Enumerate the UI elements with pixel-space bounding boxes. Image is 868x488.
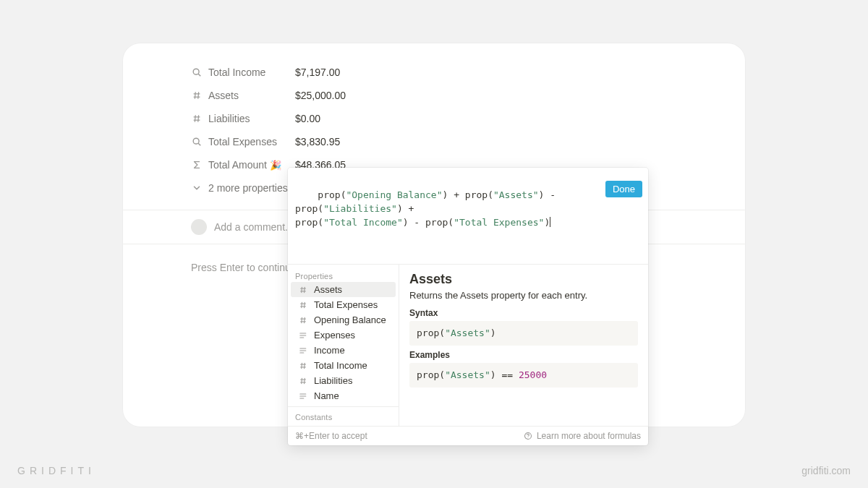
property-value: $3,830.95 [295, 136, 340, 147]
constants-section-label: Constants [288, 406, 399, 423]
sigma-icon [191, 159, 203, 171]
svg-line-1 [198, 74, 200, 76]
svg-line-23 [305, 317, 305, 322]
search-icon [191, 136, 203, 147]
property-label: Total Income [191, 67, 295, 78]
hash-icon [191, 90, 203, 101]
svg-line-18 [302, 301, 302, 307]
svg-line-22 [302, 317, 302, 322]
detail-title: Assets [409, 272, 638, 287]
syntax-code: prop("Assets") [409, 321, 638, 346]
suggestion-label: Assets [314, 284, 342, 295]
property-label: Total Expenses [191, 136, 295, 147]
suggestion-item[interactable]: Expenses [291, 328, 396, 343]
hash-icon [191, 113, 203, 124]
comment-placeholder: Add a comment... [214, 221, 294, 233]
svg-line-37 [305, 377, 305, 383]
avatar [191, 219, 207, 235]
property-value: $7,197.00 [295, 67, 340, 78]
svg-point-0 [193, 69, 199, 74]
suggestion-list: Properties AssetsTotal ExpensesOpening B… [288, 265, 399, 426]
svg-line-15 [305, 286, 305, 292]
suggestion-item[interactable]: Total Income [291, 358, 396, 373]
property-row[interactable]: Liabilities $0.00 [123, 107, 745, 130]
property-name: Liabilities [208, 113, 250, 124]
property-value: $25,000.00 [295, 90, 346, 101]
search-icon [191, 67, 203, 78]
svg-line-8 [195, 115, 195, 122]
suggestion-label: Name [314, 390, 339, 401]
formula-input[interactable]: prop("Opening Balance") + prop("Assets")… [288, 168, 648, 265]
property-row[interactable]: Total Income $7,197.00 [123, 61, 745, 84]
svg-line-4 [195, 92, 195, 99]
property-label: Liabilities [191, 113, 295, 124]
svg-line-33 [305, 362, 305, 368]
suggestion-label: Total Income [314, 360, 367, 371]
suggestion-item[interactable]: Assets [291, 282, 396, 297]
property-value: $0.00 [295, 113, 320, 124]
celebrate-emoji: 🎉 [270, 160, 281, 171]
suggestion-label: Income [314, 345, 345, 356]
property-row[interactable]: Total Expenses $3,830.95 [123, 130, 745, 153]
syntax-label: Syntax [409, 308, 638, 318]
property-row[interactable]: Assets $25,000.00 [123, 84, 745, 107]
hash-icon [298, 285, 308, 295]
accept-hint: ⌘+Enter to accept [295, 431, 367, 441]
hash-icon [298, 315, 308, 325]
brand-right: gridfiti.com [801, 465, 851, 476]
svg-line-11 [198, 143, 200, 145]
suggestion-label: Expenses [314, 330, 355, 341]
property-name: Total Income [208, 67, 265, 78]
suggestion-item[interactable]: Income [291, 343, 396, 358]
text-icon [298, 391, 308, 401]
suggestion-item[interactable]: Opening Balance [291, 312, 396, 328]
suggestion-item[interactable]: Name [291, 388, 396, 403]
brand-left: GRIDFITI [17, 465, 95, 476]
example-code: prop("Assets") == 25000 [409, 363, 638, 388]
formula-editor-popup: prop("Opening Balance") + prop("Assets")… [288, 168, 648, 445]
suggestion-item[interactable]: Liabilities [291, 373, 396, 388]
text-icon [298, 346, 308, 356]
svg-line-36 [302, 377, 302, 383]
svg-point-10 [193, 138, 199, 144]
learn-more-link[interactable]: Learn more about formulas [524, 431, 641, 441]
suggestion-label: Total Expenses [314, 299, 378, 310]
done-button[interactable]: Done [605, 181, 642, 197]
suggestion-label: Liabilities [314, 375, 352, 386]
popup-footer: ⌘+Enter to accept Learn more about formu… [288, 427, 648, 445]
help-icon [524, 432, 532, 440]
suggestion-item[interactable]: Total Expenses [291, 297, 396, 312]
svg-line-32 [302, 362, 302, 368]
svg-line-9 [198, 115, 199, 122]
property-name: Assets [208, 90, 239, 101]
property-name: Total Amount 🎉 [208, 159, 281, 171]
svg-point-42 [527, 437, 528, 438]
hash-icon [298, 376, 308, 386]
svg-line-5 [198, 92, 199, 99]
detail-description: Returns the Assets property for each ent… [409, 290, 638, 301]
hash-icon [298, 300, 308, 310]
properties-section-label: Properties [288, 267, 399, 282]
property-label: Assets [191, 90, 295, 101]
svg-line-14 [302, 286, 302, 292]
suggestion-detail: Assets Returns the Assets property for e… [399, 265, 648, 426]
svg-line-19 [305, 301, 305, 307]
hash-icon [298, 361, 308, 371]
property-label: Total Amount 🎉 [191, 159, 295, 171]
more-properties-label: 2 more properties [208, 182, 288, 194]
property-name: Total Expenses [208, 136, 277, 147]
examples-label: Examples [409, 350, 638, 360]
text-icon [298, 330, 308, 341]
chevron-down-icon [191, 182, 203, 194]
suggestion-label: Opening Balance [314, 314, 386, 325]
